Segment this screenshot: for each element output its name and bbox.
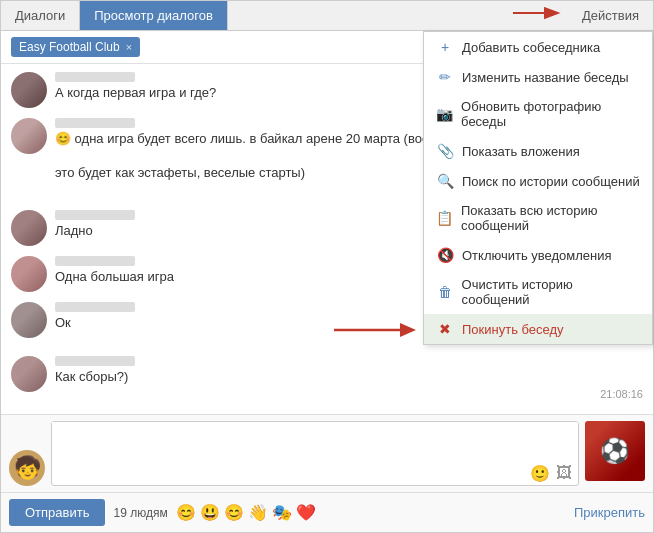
tabs-bar: Диалоги Просмотр диалогов Действия + Доб… [1,1,653,31]
message-input[interactable] [52,422,578,462]
menu-item-rename-label: Изменить название беседы [462,70,629,85]
menu-item-history[interactable]: 📋 Показать всю историю сообщений [424,196,652,240]
attach-link[interactable]: Прикрепить [574,505,645,520]
actions-label: Действия [582,8,639,23]
sender-name-bar [55,256,135,266]
dropdown-menu: + Добавить собеседника ✏ Изменить назван… [423,31,653,345]
menu-item-photo-label: Обновить фотографию беседы [461,99,640,129]
menu-item-clear-label: Очистить историю сообщений [462,277,640,307]
user-avatar: 🧒 [9,450,45,486]
sender-name-bar [55,302,135,312]
emoji-input-icon[interactable]: 🙂 [530,464,550,483]
menu-item-mute[interactable]: 🔇 Отключить уведомления [424,240,652,270]
chat-tag-label: Easy Football Club [19,40,120,54]
bottom-bar: Отправить 19 людям 😊 😃 😊 👋 🎭 ❤️ Прикрепи… [1,492,653,532]
message-time: 21:08:16 [55,388,643,400]
trash-icon: 🗑 [436,284,454,300]
menu-item-photo[interactable]: 📷 Обновить фотографию беседы [424,92,652,136]
menu-item-search-label: Поиск по истории сообщений [462,174,640,189]
attached-image: ⚽ [585,421,645,481]
emoji-list: 😊 😃 😊 👋 🎭 ❤️ [176,503,316,522]
avatar [11,302,47,338]
add-member-icon: + [436,39,454,55]
emoji-5[interactable]: 🎭 [272,503,292,522]
input-row: 🧒 🙂 🖼 ⚽ [9,421,645,486]
sender-name-bar [55,210,135,220]
tab-preview-label: Просмотр диалогов [94,8,213,23]
menu-item-attachments[interactable]: 📎 Показать вложения [424,136,652,166]
emoji-1[interactable]: 😊 [176,503,196,522]
stewie-icon: 🧒 [14,455,41,481]
menu-item-leave-label: Покинуть беседу [462,322,564,337]
emoji-3[interactable]: 😊 [224,503,244,522]
input-area: 🧒 🙂 🖼 ⚽ [1,414,653,492]
avatar [11,256,47,292]
mute-icon: 🔇 [436,247,454,263]
actions-button[interactable]: Действия + Добавить собеседника ✏ Измени… [568,1,653,30]
tab-dialogs-label: Диалоги [15,8,65,23]
red-arrow-1 [513,0,563,27]
emoji-4[interactable]: 👋 [248,503,268,522]
send-button[interactable]: Отправить [9,499,105,526]
image-input-icon[interactable]: 🖼 [556,464,572,483]
input-icons: 🙂 🖼 [52,462,578,485]
table-row: Как сборы?) 21:08:16 [11,356,643,400]
avatar [11,210,47,246]
menu-item-add-member[interactable]: + Добавить собеседника [424,32,652,62]
leave-icon: ✖ [436,321,454,337]
avatar [11,72,47,108]
menu-item-rename[interactable]: ✏ Изменить название беседы [424,62,652,92]
avatar [11,356,47,392]
soccer-ball-icon: ⚽ [600,437,630,465]
red-arrow-2 [334,320,419,340]
app-container: Диалоги Просмотр диалогов Действия + Доб… [0,0,654,533]
attachment-icon: 📎 [436,143,454,159]
avatar [11,118,47,154]
tab-preview[interactable]: Просмотр диалогов [80,1,228,30]
sender-name-bar [55,356,135,366]
menu-item-search[interactable]: 🔍 Поиск по истории сообщений [424,166,652,196]
menu-item-clear[interactable]: 🗑 Очистить историю сообщений [424,270,652,314]
message-input-box: 🙂 🖼 [51,421,579,486]
recipients-text: 19 людям [113,506,167,520]
menu-item-add-member-label: Добавить собеседника [462,40,600,55]
menu-item-mute-label: Отключить уведомления [462,248,612,263]
message-text: Как сборы?) [55,368,643,386]
menu-item-history-label: Показать всю историю сообщений [461,203,640,233]
emoji-2[interactable]: 😃 [200,503,220,522]
chat-tag: Easy Football Club × [11,37,140,57]
menu-item-attachments-label: Показать вложения [462,144,580,159]
search-icon: 🔍 [436,173,454,189]
pencil-icon: ✏ [436,69,454,85]
sender-name-bar [55,118,135,128]
emoji-6[interactable]: ❤️ [296,503,316,522]
menu-item-leave[interactable]: ✖ Покинуть беседу [424,314,652,344]
sender-name-bar [55,72,135,82]
camera-icon: 📷 [436,106,453,122]
history-icon: 📋 [436,210,453,226]
tab-dialogs[interactable]: Диалоги [1,1,80,30]
chat-tag-close[interactable]: × [126,41,132,53]
